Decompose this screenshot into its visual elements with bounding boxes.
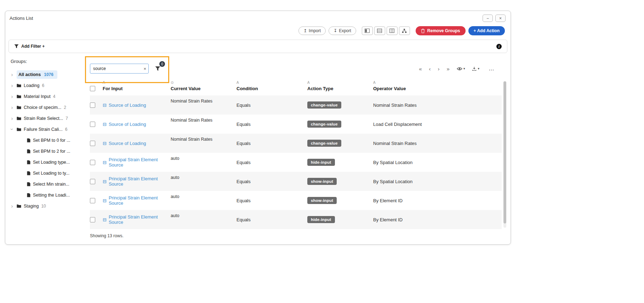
- sidebar-item-setting-the-loading[interactable]: Setting the Loadi...: [10, 190, 86, 200]
- table-row[interactable]: ⊟Principal Strain Element Source auto Eq…: [90, 210, 502, 229]
- table-row[interactable]: ⊟Source of Loading Nominal Strain Rates …: [90, 115, 502, 134]
- chevron-right-icon[interactable]: ›: [10, 83, 14, 88]
- sidebar-item-choice-of-specimen[interactable]: › Choice of specim... 2: [10, 102, 86, 113]
- column-visibility-button[interactable]: ▾: [457, 67, 465, 71]
- info-glyph: i: [498, 45, 500, 48]
- table-filter-button[interactable]: 0: [153, 64, 163, 74]
- sidebar-item-set-bpm-0[interactable]: Set BPM to 0 for ...: [10, 135, 86, 146]
- first-page-button[interactable]: «: [419, 66, 422, 71]
- for-input-link[interactable]: ⊟Principal Strain Element Source: [103, 176, 171, 187]
- document-icon: [27, 182, 30, 186]
- row-checkbox[interactable]: [90, 160, 95, 165]
- sidebar-item-set-loading-type[interactable]: Set Loading type...: [10, 157, 86, 168]
- for-input-link[interactable]: ⊟Principal Strain Element Source: [103, 214, 171, 225]
- table-controls-row: × 0 « ‹ › » ▾: [90, 64, 507, 74]
- prev-page-button[interactable]: ‹: [429, 66, 431, 71]
- condition-cell: Equals: [236, 141, 307, 146]
- table-row[interactable]: ⊟Principal Strain Element Source auto Eq…: [90, 153, 502, 172]
- operator-value-cell: Nominal Strain Rates: [373, 141, 502, 146]
- add-filter-button[interactable]: Add Filter +: [14, 44, 45, 49]
- chevron-right-icon[interactable]: ›: [10, 116, 14, 121]
- current-value-cell: auto: [171, 191, 236, 199]
- action-type-badge: hide-input: [307, 216, 335, 223]
- sidebar-item-staging[interactable]: › Staging 10: [10, 200, 86, 211]
- group-count: 7: [65, 116, 68, 121]
- group-label: All actions: [18, 72, 41, 77]
- board-view-button[interactable]: [362, 27, 373, 35]
- chevron-right-icon[interactable]: ›: [10, 203, 14, 209]
- sidebar-item-all-actions[interactable]: › All actions 1076: [10, 69, 86, 80]
- action-type-badge: hide-input: [307, 159, 335, 166]
- sidebar-item-set-loading-to[interactable]: Set Loading to ty...: [10, 168, 86, 179]
- filter-count-badge: 0: [159, 61, 165, 67]
- column-view-button[interactable]: [387, 27, 398, 35]
- for-input-link[interactable]: ⊟Source of Loading: [103, 141, 146, 146]
- search-input[interactable]: [90, 64, 149, 74]
- last-page-button[interactable]: »: [447, 66, 450, 71]
- row-checkbox[interactable]: [90, 122, 95, 127]
- download-table-button[interactable]: ▾: [472, 66, 479, 71]
- row-checkbox[interactable]: [90, 198, 95, 203]
- chevron-right-icon[interactable]: ›: [10, 105, 14, 110]
- groups-sidebar: Groups: › All actions 1076 › Loading 6: [8, 58, 86, 238]
- trash-icon: [421, 29, 425, 33]
- input-link-icon: ⊟: [103, 198, 107, 203]
- sidebar-item-failure-strain-calibration[interactable]: › Failure Strain Cali... 6: [10, 124, 86, 135]
- group-label: Strain Rate Select...: [24, 116, 63, 121]
- column-view-icon: [389, 29, 394, 33]
- hierarchy-view-button[interactable]: [399, 27, 410, 35]
- table-row[interactable]: ⊟Source of Loading Nominal Strain Rates …: [90, 134, 502, 153]
- export-button[interactable]: ↧ Export: [329, 27, 356, 35]
- column-header-current-value[interactable]: ⊙ Current Value: [171, 81, 236, 91]
- text-type-icon: A: [103, 81, 171, 85]
- chevron-down-icon[interactable]: ›: [10, 127, 15, 132]
- group-count: 1076: [44, 72, 53, 77]
- table-row[interactable]: ⊟Principal Strain Element Source auto Eq…: [90, 191, 502, 210]
- column-header-action-type[interactable]: A Action Type: [307, 81, 373, 91]
- action-type-badge: show-input: [307, 178, 337, 185]
- clear-search-icon[interactable]: ×: [143, 66, 146, 71]
- table-view-button[interactable]: [374, 27, 385, 35]
- column-header-operator-value[interactable]: A Operator Value: [373, 81, 502, 91]
- for-input-link[interactable]: ⊟Principal Strain Element Source: [103, 157, 171, 168]
- sidebar-item-select-min-strain[interactable]: Select Min strain...: [10, 179, 86, 190]
- sidebar-item-set-bpm-2[interactable]: Set BPM to 2 for ...: [10, 146, 86, 157]
- row-checkbox[interactable]: [90, 179, 95, 184]
- more-options-button[interactable]: …: [486, 65, 497, 72]
- row-checkbox[interactable]: [90, 141, 95, 146]
- input-link-icon: ⊟: [103, 217, 107, 222]
- remove-groups-button[interactable]: Remove Groups: [416, 26, 466, 35]
- groups-tree: › All actions 1076 › Loading 6 ›: [10, 69, 86, 211]
- table-row[interactable]: ⊟Principal Strain Element Source auto Eq…: [90, 172, 502, 191]
- value-type-icon: ⊙: [171, 81, 236, 85]
- current-value-cell: auto: [171, 210, 236, 218]
- column-header-condition[interactable]: A Condition: [236, 81, 307, 91]
- sidebar-item-loading[interactable]: › Loading 6: [10, 80, 86, 91]
- sidebar-item-strain-rate-selection[interactable]: › Strain Rate Select... 7: [10, 113, 86, 124]
- minimize-button[interactable]: −: [483, 14, 493, 22]
- window-controls: − ×: [483, 14, 506, 22]
- for-input-label: Principal Strain Element Source: [109, 195, 171, 206]
- row-checkbox[interactable]: [90, 103, 95, 108]
- hierarchy-view-icon: [402, 29, 407, 33]
- import-button[interactable]: ↥ Import: [298, 27, 326, 35]
- sidebar-item-material-input[interactable]: › Material Input 4: [10, 91, 86, 102]
- chevron-right-icon[interactable]: ›: [10, 94, 14, 99]
- info-icon[interactable]: i: [496, 44, 502, 49]
- for-input-link[interactable]: ⊟Principal Strain Element Source: [103, 195, 171, 206]
- row-checkbox[interactable]: [90, 217, 95, 222]
- vertical-scrollbar-thumb[interactable]: [503, 81, 506, 223]
- toolbar: ↥ Import ↧ Export: [5, 23, 511, 35]
- close-icon: ×: [499, 16, 502, 21]
- for-input-link[interactable]: ⊟Source of Loading: [103, 103, 146, 108]
- chevron-right-icon[interactable]: ›: [10, 72, 14, 77]
- folder-icon: [17, 116, 21, 120]
- next-page-button[interactable]: ›: [438, 66, 440, 71]
- add-action-button[interactable]: + Add Action: [468, 26, 505, 35]
- column-header-for-input[interactable]: A For Input: [103, 81, 171, 91]
- table-row[interactable]: ⊟Source of Loading Nominal Strain Rates …: [90, 95, 502, 115]
- vertical-scrollbar-track[interactable]: [503, 81, 506, 228]
- select-all-checkbox[interactable]: [90, 86, 95, 91]
- for-input-link[interactable]: ⊟Source of Loading: [103, 122, 146, 127]
- close-button[interactable]: ×: [495, 14, 506, 22]
